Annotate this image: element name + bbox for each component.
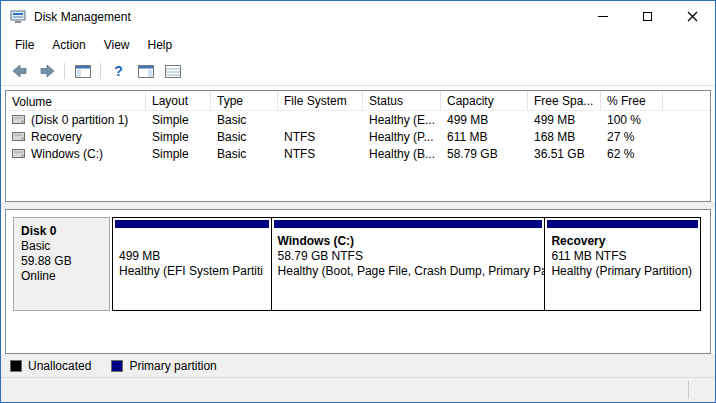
minimize-button[interactable] [580,1,625,32]
column-header-free-space[interactable]: Free Spa... [528,91,601,111]
volume-icon [12,114,25,125]
disk-management-window: Disk Management File Action View Help [0,0,716,403]
volume-list-pane: Volume Layout Type File System Status Ca… [5,90,711,202]
cell-pct-free: 100 % [601,113,663,127]
column-header-volume[interactable]: Volume [6,91,146,111]
close-button[interactable] [670,1,715,32]
partition-title: Recovery [551,234,697,249]
titlebar[interactable]: Disk Management [1,1,715,32]
unallocated-color-swatch [10,360,22,372]
cell-file-system: NTFS [278,147,363,161]
disk-name: Disk 0 [21,224,102,239]
volume-icon [12,148,25,159]
partition-size: 611 MB NTFS [551,249,697,264]
partition-recovery[interactable]: Recovery 611 MB NTFS Healthy (Primary Pa… [544,217,701,311]
legend-item-unallocated: Unallocated [10,359,91,373]
status-bar [1,377,715,402]
toolbar-separator [100,63,101,79]
maximize-icon [643,12,652,21]
cell-type: Basic [211,130,278,144]
partition-size: 58.79 GB NTFS [278,249,542,264]
partition-status: Healthy (Boot, Page File, Crash Dump, Pr… [278,264,542,279]
help-icon: ? [114,63,123,79]
column-header-status[interactable]: Status [363,91,441,111]
minimize-icon [598,16,608,17]
pane-splitter[interactable] [1,202,715,209]
column-header-filler [663,91,710,111]
volume-name: Recovery [31,130,82,144]
cell-free-space: 499 MB [528,113,601,127]
cell-layout: Simple [146,130,211,144]
menu-action[interactable]: Action [43,34,94,56]
primary-partition-color-bar [115,220,269,228]
disk-type: Basic [21,239,102,254]
show-console-tree-button[interactable] [71,60,94,82]
views-button[interactable] [161,60,184,82]
menu-help[interactable]: Help [139,34,182,56]
column-header-pct-free[interactable]: % Free [601,91,663,111]
show-action-pane-icon [138,65,154,78]
partition-windows-c[interactable]: Windows (C:) 58.79 GB NTFS Healthy (Boot… [271,217,546,311]
show-console-tree-icon [75,65,91,78]
partition-size: 499 MB [119,249,268,264]
cell-capacity: 499 MB [441,113,528,127]
disk-size: 59.88 GB [21,254,102,269]
disk-0-row: Disk 0 Basic 59.88 GB Online 499 MB Heal… [13,217,703,311]
help-button[interactable]: ? [107,60,130,82]
toolbar: ? [1,57,715,86]
partition-strip: 499 MB Healthy (EFI System Partiti Windo… [112,217,703,311]
volume-row-recovery[interactable]: Recovery Simple Basic NTFS Healthy (P...… [6,128,710,145]
partition-status: Healthy (Primary Partition) [551,264,697,279]
menu-view[interactable]: View [95,34,139,56]
column-header-type[interactable]: Type [211,91,278,111]
column-header-layout[interactable]: Layout [146,91,211,111]
back-button[interactable] [8,60,31,82]
cell-file-system: NTFS [278,130,363,144]
toolbar-separator [64,63,65,79]
volume-icon [12,131,25,142]
disk-graphical-pane: Disk 0 Basic 59.88 GB Online 499 MB Heal… [5,209,711,354]
legend-label: Primary partition [129,359,216,373]
disk-0-info-panel[interactable]: Disk 0 Basic 59.88 GB Online [13,217,110,311]
close-icon [687,11,698,22]
partition-status: Healthy (EFI System Partiti [119,264,268,279]
status-bar-separator [688,381,689,399]
forward-button[interactable] [35,60,58,82]
volume-name: Windows (C:) [31,147,103,161]
cell-type: Basic [211,113,278,127]
show-action-pane-button[interactable] [134,60,157,82]
cell-status: Healthy (E... [363,113,441,127]
cell-free-space: 36.51 GB [528,147,601,161]
partition-title: Windows (C:) [278,234,542,249]
volume-row-disk0-partition1[interactable]: (Disk 0 partition 1) Simple Basic Health… [6,111,710,128]
partition-title [119,234,268,249]
menubar: File Action View Help [1,32,715,57]
legend-bar: Unallocated Primary partition [1,354,715,377]
cell-layout: Simple [146,113,211,127]
views-icon [165,65,181,78]
back-arrow-icon [12,64,28,78]
cell-type: Basic [211,147,278,161]
volume-row-windows-c[interactable]: Windows (C:) Simple Basic NTFS Healthy (… [6,145,710,162]
column-header-capacity[interactable]: Capacity [441,91,528,111]
cell-status: Healthy (P... [363,130,441,144]
maximize-button[interactable] [625,1,670,32]
cell-pct-free: 62 % [601,147,663,161]
legend-label: Unallocated [28,359,91,373]
cell-capacity: 611 MB [441,130,528,144]
partition-efi-system[interactable]: 499 MB Healthy (EFI System Partiti [112,217,272,311]
primary-partition-color-swatch [111,360,123,372]
window-title: Disk Management [34,10,580,24]
menu-file[interactable]: File [6,34,43,56]
disk-management-app-icon [10,9,26,25]
cell-layout: Simple [146,147,211,161]
cell-pct-free: 27 % [601,130,663,144]
primary-partition-color-bar [274,220,543,228]
disk-status: Online [21,269,102,284]
forward-arrow-icon [39,64,55,78]
legend-item-primary-partition: Primary partition [111,359,216,373]
primary-partition-color-bar [547,220,698,228]
cell-free-space: 168 MB [528,130,601,144]
column-header-file-system[interactable]: File System [278,91,363,111]
volume-name: (Disk 0 partition 1) [31,113,128,127]
